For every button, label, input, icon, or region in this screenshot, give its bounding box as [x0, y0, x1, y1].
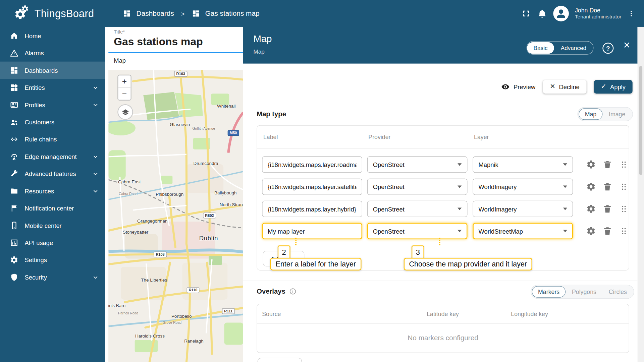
layer-layer-select[interactable]: WorldStreetMap [473, 223, 573, 239]
zoom-in-button[interactable]: + [118, 75, 131, 87]
layer-settings-icon[interactable] [586, 204, 596, 214]
sidebar-item-label: Resources [24, 187, 92, 194]
sidebar-item-home[interactable]: Home [0, 27, 105, 44]
layer-provider-select[interactable]: OpenStreet [367, 157, 468, 173]
layer-label-input[interactable]: {i18n:widgets.maps.layer.satellite} [262, 179, 362, 195]
dashboards-icon [10, 66, 18, 75]
sidebar-item-settings[interactable]: Settings [0, 251, 105, 268]
app-root: ThingsBoard Dashboards > Gas stations ma… [0, 0, 644, 362]
sidebar-item-label: Edge management [24, 153, 92, 160]
layer-row: {i18n:widgets.maps.layer.satellite}OpenS… [257, 176, 629, 198]
sidebar-item-profiles[interactable]: Profiles [0, 96, 105, 113]
layer-settings-icon[interactable] [586, 160, 596, 169]
drag-handle-icon[interactable] [619, 182, 629, 191]
fullscreen-icon[interactable] [521, 9, 531, 18]
column-header: Latitude key [427, 310, 511, 317]
info-icon[interactable] [289, 288, 297, 295]
overlays-tab-circles[interactable]: Circles [602, 286, 633, 297]
map-place-label: Parnell Road [118, 311, 138, 315]
dropdown-arrow-icon [563, 163, 567, 166]
section-divider [243, 280, 638, 280]
decline-button[interactable]: ✕ Decline [543, 80, 586, 93]
sidebar-nav: HomeAlarmsDashboardsEntitiesProfilesCust… [0, 27, 105, 362]
sidebar-item-entities[interactable]: Entities [0, 79, 105, 96]
map-layers-button[interactable] [117, 104, 133, 120]
apply-button[interactable]: ✓ Apply [594, 80, 633, 93]
maptype-map[interactable]: Map [579, 108, 602, 120]
delete-icon[interactable] [602, 226, 612, 236]
more-menu-icon[interactable] [628, 9, 635, 18]
sidebar-item-label: Entities [24, 84, 92, 91]
notifications-bell-icon[interactable] [537, 9, 547, 18]
resources-icon [10, 187, 18, 195]
help-button[interactable]: ? [602, 43, 613, 54]
sidebar-item-rule-chains[interactable]: Rule chains [0, 130, 105, 147]
sidebar-item-api-usage[interactable]: API usage [0, 234, 105, 251]
dashboard-title-input[interactable]: Gas stations map [114, 35, 203, 48]
mode-advanced[interactable]: Advanced [554, 42, 593, 54]
sidebar-item-mobile-center[interactable]: Mobile center [0, 217, 105, 234]
overlays-tab-polygons[interactable]: Polygons [566, 286, 603, 297]
map-place-label: Glasnevin [170, 122, 190, 127]
layer-provider-select[interactable]: OpenStreet [367, 179, 468, 195]
sidebar-item-dashboards[interactable]: Dashboards [0, 62, 105, 79]
delete-icon[interactable] [602, 204, 612, 214]
breadcrumb-current: Gas stations map [205, 9, 260, 17]
drag-handle-icon[interactable] [619, 204, 629, 214]
map-place-label: Ballybough [214, 190, 237, 195]
layer-provider-select[interactable]: OpenStreet [367, 201, 468, 217]
dropdown-arrow-icon [458, 208, 462, 210]
sidebar-item-customers[interactable]: Customers [0, 113, 105, 130]
alarms-icon [10, 49, 18, 57]
layer-label-input[interactable]: My map layer [262, 223, 362, 239]
delete-icon[interactable] [602, 160, 612, 169]
chevron-down-icon [92, 101, 99, 109]
map-place-label: North Strand [220, 202, 243, 207]
map-place-label: Whitehall [217, 104, 235, 109]
zoom-out-button[interactable]: − [118, 87, 131, 100]
mode-toggle: BasicAdvanced [527, 41, 593, 54]
sidebar-item-security[interactable]: Security [0, 268, 105, 286]
layer-provider-select[interactable]: OpenStreet [367, 223, 468, 239]
sidebar-item-edge-management[interactable]: Edge management [0, 148, 105, 165]
breadcrumb-dashboards[interactable]: Dashboards [137, 9, 174, 17]
drag-handle-icon[interactable] [619, 226, 629, 236]
sidebar-item-alarms[interactable]: Alarms [0, 44, 105, 61]
preview-button[interactable]: Preview [501, 82, 535, 91]
layer-label-input[interactable]: {i18n:widgets.maps.layer.hybrid} [262, 201, 362, 217]
maptype-image[interactable]: Image [603, 108, 632, 120]
mobile-icon [10, 221, 18, 230]
profiles-icon [10, 100, 18, 109]
overlays-tab-markers[interactable]: Markers [532, 286, 566, 297]
mode-basic[interactable]: Basic [527, 42, 554, 54]
widget-title: Map [114, 57, 126, 64]
layer-settings-icon[interactable] [586, 226, 596, 236]
delete-icon[interactable] [602, 182, 612, 191]
layer-layer-select[interactable]: WorldImagery [473, 179, 573, 195]
thingsboard-logo[interactable]: ThingsBoard [14, 5, 94, 22]
map[interactable]: WhitehallGlasnevinGriffith AvenueDrumcon… [108, 70, 243, 362]
layer-label-input[interactable]: {i18n:widgets.maps.layer.roadmap} [262, 157, 362, 173]
drawer-scrollbar-thumb[interactable] [639, 66, 642, 175]
callout-text-2: Enter a label for the layer [270, 258, 361, 270]
road-shield: R111 [222, 308, 234, 314]
add-marker-button[interactable] [258, 358, 302, 362]
close-icon[interactable]: × [624, 40, 630, 51]
chevron-down-icon [92, 273, 99, 281]
sidebar-item-notification-center[interactable]: Notification center [0, 199, 105, 217]
sidebar-item-resources[interactable]: Resources [0, 182, 105, 199]
layer-settings-icon[interactable] [586, 182, 596, 191]
layer-layer-select[interactable]: Mapnik [473, 157, 573, 173]
title-field-label: Title* [114, 29, 125, 35]
drag-handle-icon[interactable] [619, 160, 629, 169]
maptype-toggle: MapImage [578, 107, 633, 121]
eye-icon [501, 82, 510, 91]
entities-icon [10, 83, 18, 92]
layer-layer-select[interactable]: WorldImagery [473, 201, 573, 217]
user-name: John Doe [575, 7, 622, 14]
avatar[interactable] [553, 6, 569, 21]
drawer-scrollbar[interactable] [637, 27, 644, 362]
sidebar-item-label: Profiles [24, 101, 92, 108]
brand-name: ThingsBoard [35, 8, 94, 20]
sidebar-item-advanced-features[interactable]: Advanced features [0, 165, 105, 182]
